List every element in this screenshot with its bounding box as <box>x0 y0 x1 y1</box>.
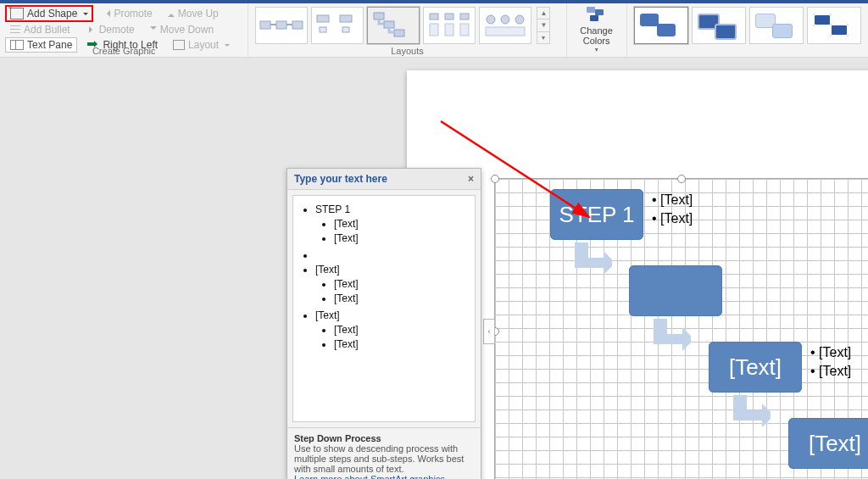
smartart-arrow-3-4 <box>730 395 771 436</box>
group-change-colors: Change Colors ▼ <box>567 3 627 57</box>
text-pane-item[interactable]: STEP 1 <box>315 203 470 215</box>
bullet-text: [Text] <box>652 209 693 228</box>
add-shape-icon <box>10 8 24 19</box>
change-colors-icon <box>587 7 607 24</box>
promote-icon <box>103 10 110 17</box>
text-pane-item[interactable]: [Text] <box>315 309 470 321</box>
group-label-layouts: Layouts <box>248 46 565 56</box>
move-down-button[interactable]: Move Down <box>145 22 219 37</box>
text-pane-footer-desc: Use to show a descending process with mu… <box>294 443 474 474</box>
add-bullet-button[interactable]: Add Bullet <box>5 22 75 37</box>
bullet-text: [Text] <box>810 362 851 381</box>
move-up-label: Move Up <box>178 8 219 19</box>
smartart-node-4-text: [Text] <box>809 431 861 457</box>
style-option-2[interactable] <box>692 7 746 44</box>
smartart-bullets-1[interactable]: [Text] [Text] <box>652 191 693 228</box>
move-up-button[interactable]: Move Up <box>163 6 224 21</box>
text-pane-subitem[interactable]: [Text] <box>334 218 470 230</box>
svg-rect-14 <box>460 14 469 19</box>
svg-rect-11 <box>394 30 404 36</box>
add-shape-label: Add Shape <box>27 8 77 19</box>
resize-handle[interactable] <box>677 175 686 183</box>
text-pane-panel[interactable]: Type your text here × STEP 1[Text][Text]… <box>287 168 481 479</box>
text-pane-footer: Step Down Process Use to show a descendi… <box>287 427 481 479</box>
add-bullet-icon <box>10 25 20 34</box>
svg-rect-12 <box>430 14 438 19</box>
ribbon: Add Shape Promote Move Up Add Bullet Dem… <box>0 3 868 58</box>
svg-point-19 <box>501 15 509 24</box>
smartart-node-4[interactable]: [Text] <box>788 418 868 469</box>
group-smartart-styles <box>627 3 868 57</box>
svg-rect-13 <box>445 14 453 19</box>
resize-handle[interactable] <box>491 175 499 183</box>
text-pane-footer-name: Step Down Process <box>294 433 474 443</box>
svg-rect-16 <box>445 24 453 36</box>
smartart-node-2[interactable] <box>629 265 722 316</box>
promote-button[interactable]: Promote <box>98 6 157 21</box>
svg-rect-2 <box>292 21 303 29</box>
svg-rect-21 <box>486 27 525 36</box>
smartart-node-1[interactable]: STEP 1 <box>550 189 643 240</box>
svg-rect-17 <box>460 24 469 36</box>
text-pane-close-button[interactable]: × <box>468 173 474 185</box>
group-create-graphic: Add Shape Promote Move Up Add Bullet Dem… <box>0 3 248 57</box>
group-label-create-graphic: Create Graphic <box>0 46 248 56</box>
change-colors-button[interactable]: Change Colors ▼ <box>572 5 621 54</box>
demote-icon <box>89 26 96 33</box>
svg-rect-6 <box>340 15 352 22</box>
style-option-4[interactable] <box>807 7 861 44</box>
layout-option-5[interactable] <box>479 7 531 44</box>
text-pane-subitem[interactable]: [Text] <box>334 338 470 350</box>
text-pane-item[interactable] <box>315 249 470 261</box>
layouts-more-button[interactable]: ▲▼▾ <box>537 7 550 44</box>
change-colors-label: Change Colors <box>580 25 613 46</box>
bullet-text: [Text] <box>810 343 851 362</box>
bullet-text: [Text] <box>652 191 693 209</box>
layout-option-4[interactable] <box>423 7 476 44</box>
text-pane-expand-handle[interactable]: ‹ <box>483 319 495 344</box>
text-pane-learn-more-link[interactable]: Learn more about SmartArt graphics <box>294 474 445 479</box>
svg-rect-7 <box>320 27 326 32</box>
layout-option-2[interactable] <box>311 7 364 44</box>
svg-rect-1 <box>276 21 287 29</box>
add-shape-button[interactable]: Add Shape <box>5 5 93 22</box>
add-bullet-label: Add Bullet <box>24 24 70 36</box>
move-up-icon <box>168 10 175 17</box>
svg-rect-10 <box>384 21 394 28</box>
style-option-3[interactable] <box>749 7 804 44</box>
smartart-node-3-text: [Text] <box>729 354 782 381</box>
workspace: ‹ STEP 1 [Text] [Text] [Text] [Text] [Te… <box>0 58 868 479</box>
text-pane-subitem[interactable]: [Text] <box>334 278 470 290</box>
svg-rect-9 <box>374 13 384 19</box>
layout-option-3-selected[interactable] <box>367 7 420 44</box>
text-pane-body[interactable]: STEP 1[Text][Text][Text][Text][Text][Tex… <box>292 195 476 422</box>
promote-label: Promote <box>114 8 152 19</box>
move-down-icon <box>150 26 157 33</box>
svg-rect-15 <box>430 24 438 36</box>
smartart-node-1-text: STEP 1 <box>559 202 634 228</box>
text-pane-subitem[interactable]: [Text] <box>334 292 470 304</box>
demote-button[interactable]: Demote <box>84 22 140 37</box>
smartart-bullets-3[interactable]: [Text] [Text] <box>810 343 851 381</box>
smartart-arrow-1-2 <box>571 242 612 283</box>
smartart-arrow-2-3 <box>650 319 691 359</box>
group-layouts: ▲▼▾ Layouts <box>248 3 566 57</box>
svg-point-20 <box>515 15 524 24</box>
text-pane-item[interactable]: [Text] <box>315 264 470 276</box>
svg-rect-8 <box>342 27 349 32</box>
text-pane-subitem[interactable]: [Text] <box>334 324 470 336</box>
smartart-node-3[interactable]: [Text] <box>709 342 802 393</box>
svg-rect-5 <box>317 15 329 22</box>
text-pane-title: Type your text here <box>294 173 387 185</box>
style-option-1-selected[interactable] <box>634 7 688 44</box>
smartart-canvas[interactable]: ‹ STEP 1 [Text] [Text] [Text] [Text] [Te… <box>494 178 868 479</box>
layout-option-1[interactable] <box>255 7 308 44</box>
move-down-label: Move Down <box>160 24 214 36</box>
demote-label: Demote <box>99 24 135 36</box>
text-pane-subitem[interactable]: [Text] <box>334 232 470 244</box>
svg-point-18 <box>487 15 495 24</box>
svg-rect-0 <box>260 21 270 29</box>
